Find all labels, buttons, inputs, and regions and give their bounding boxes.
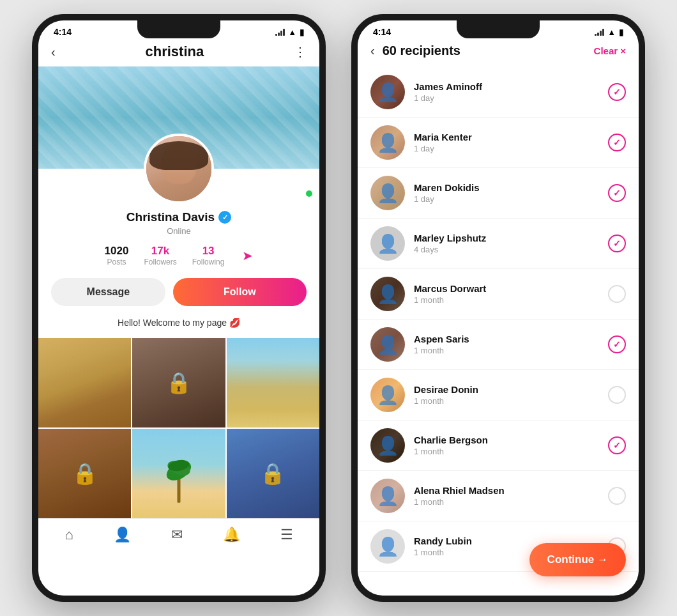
following-stat[interactable]: 13 Following [192,245,225,266]
check-circle[interactable] [608,184,626,202]
lock-icon-1: 🔒 [166,371,192,395]
check-circle[interactable] [608,436,626,454]
check-circle[interactable] [608,285,626,303]
check-circle[interactable] [608,487,626,505]
check-circle[interactable] [608,386,626,404]
battery-icon-2: ▮ [619,27,623,37]
lock-icon-3: 🔒 [260,461,285,486]
recipient-avatar: 👤 [370,277,405,311]
recipient-name: Marley Lipshutz [414,233,599,243]
check-circle[interactable] [608,134,626,151]
grid-photo-6-locked[interactable]: 🔒 [227,429,319,518]
following-value: 13 [192,245,225,258]
back-button[interactable]: ‹ [51,45,56,59]
signal-icon-2 [595,28,604,36]
messages-nav-icon[interactable]: ✉ [171,527,183,543]
recipient-info: Alena Rhiel Madsen 1 month [414,485,599,507]
recipient-item[interactable]: 👤 Marcus Dorwart 1 month [358,269,639,320]
menu-nav-icon[interactable]: ☰ [280,527,293,543]
recipient-info: Maria Kenter 1 day [414,132,599,153]
status-icons-2: ▲ ▮ [595,27,623,37]
battery-icon: ▮ [300,27,304,37]
recipient-item[interactable]: 👤 Marley Lipshutz 4 days [358,219,639,269]
recipient-avatar: 👤 [370,428,405,463]
profile-nav-icon[interactable]: 👤 [114,527,131,543]
palm-tree-svg [160,442,198,505]
recipient-avatar: 👤 [370,327,405,362]
recipient-item[interactable]: 👤 Charlie Bergson 1 month [358,420,639,471]
status-icons-1: ▲ ▮ [275,27,304,37]
recipient-item[interactable]: 👤 Maria Kenter 1 day [358,118,639,168]
recipient-avatar: 👤 [370,479,405,513]
recipient-item[interactable]: 👤 Alena Rhiel Madsen 1 month [358,471,639,521]
recipient-info: Desirae Donin 1 month [414,384,599,406]
recipient-name: Desirae Donin [414,384,599,395]
recipient-avatar: 👤 [370,176,405,210]
posts-value: 1020 [105,245,129,258]
followers-stat[interactable]: 17k Followers [144,245,176,266]
continue-button[interactable]: Continue → [529,543,626,576]
recipient-avatar: 👤 [370,75,405,109]
recipient-info: Marcus Dorwart 1 month [414,283,599,305]
recipient-name: Maria Kenter [414,132,599,142]
recipient-info: Marley Lipshutz 4 days [414,233,599,254]
recipient-info: James Aminoff 1 day [414,81,599,103]
recipient-info: Charlie Bergson 1 month [414,435,599,456]
recipient-time: 1 month [414,447,599,456]
recipients-back-button[interactable]: ‹ [370,43,375,58]
message-button[interactable]: Message [51,278,165,306]
bottom-nav: ⌂ 👤 ✉ 🔔 ☰ [38,518,319,556]
clear-button[interactable]: Clear × [594,45,626,56]
stats-row: 1020 Posts 17k Followers 13 Following ➤ [38,245,319,266]
recipients-title: 60 recipients [383,43,460,58]
recipient-list: 👤 James Aminoff 1 day 👤 Maria Kenter 1 d… [358,67,639,572]
action-buttons: Message Follow [38,269,319,315]
recipient-name: Marcus Dorwart [414,283,599,294]
grid-photo-5[interactable] [132,429,225,518]
recipient-name: Alena Rhiel Madsen [414,485,599,496]
avatar-face [146,136,211,201]
recipient-avatar: 👤 [370,125,405,160]
posts-label: Posts [105,258,129,266]
home-nav-icon[interactable]: ⌂ [65,527,73,543]
recipient-name: Aspen Saris [414,334,599,344]
recipient-item[interactable]: 👤 Maren Dokidis 1 day [358,168,639,219]
check-circle[interactable] [608,335,626,353]
check-circle[interactable] [608,83,626,101]
more-button[interactable]: ⋮ [294,44,307,59]
posts-stat: 1020 Posts [105,245,129,266]
profile-name: Christina Davis [126,210,215,224]
recipient-time: 4 days [414,245,599,254]
recipient-item[interactable]: 👤 Desirae Donin 1 month [358,370,639,420]
recipient-avatar: 👤 [370,226,405,261]
notch-1 [137,20,220,38]
avatar [144,134,214,204]
recipient-time: 1 day [414,194,599,204]
recipient-time: 1 month [414,497,599,507]
grid-photo-2-locked[interactable]: 🔒 [132,338,225,427]
profile-header: ‹ christina ⋮ [38,40,319,66]
recipient-info: Maren Dokidis 1 day [414,182,599,204]
recipient-item[interactable]: 👤 James Aminoff 1 day [358,67,639,118]
grid-photo-1[interactable] [38,338,131,427]
photo-grid: 🔒 🔒 🔒 [38,338,319,518]
grid-photo-4-locked[interactable]: 🔒 [38,429,131,518]
profile-status: Online [38,226,319,236]
check-circle[interactable] [608,235,626,252]
lock-icon-2: 🔒 [72,461,98,486]
recipient-time: 1 day [414,93,599,103]
signal-icon [275,28,285,36]
avatar-container [38,134,319,204]
beach-photo [38,338,131,427]
followers-label: Followers [144,258,176,266]
followers-value: 17k [144,245,176,258]
profile-name-row: Christina Davis ✓ [38,210,319,224]
surfer-photo [227,338,319,427]
phone-1: 4:14 ▲ ▮ ‹ christina ⋮ [32,14,326,602]
recipient-time: 1 month [414,346,599,355]
grid-photo-3[interactable] [227,338,319,427]
follow-button[interactable]: Follow [173,278,307,306]
notifications-nav-icon[interactable]: 🔔 [223,527,240,543]
share-button[interactable]: ➤ [242,248,253,263]
recipient-item[interactable]: 👤 Aspen Saris 1 month [358,320,639,370]
